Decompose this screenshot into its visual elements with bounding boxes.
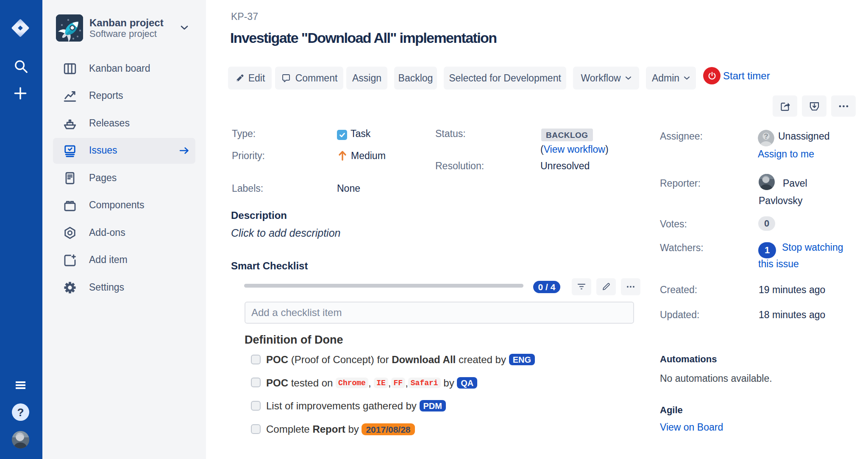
svg-text:?: ? [764,132,768,140]
